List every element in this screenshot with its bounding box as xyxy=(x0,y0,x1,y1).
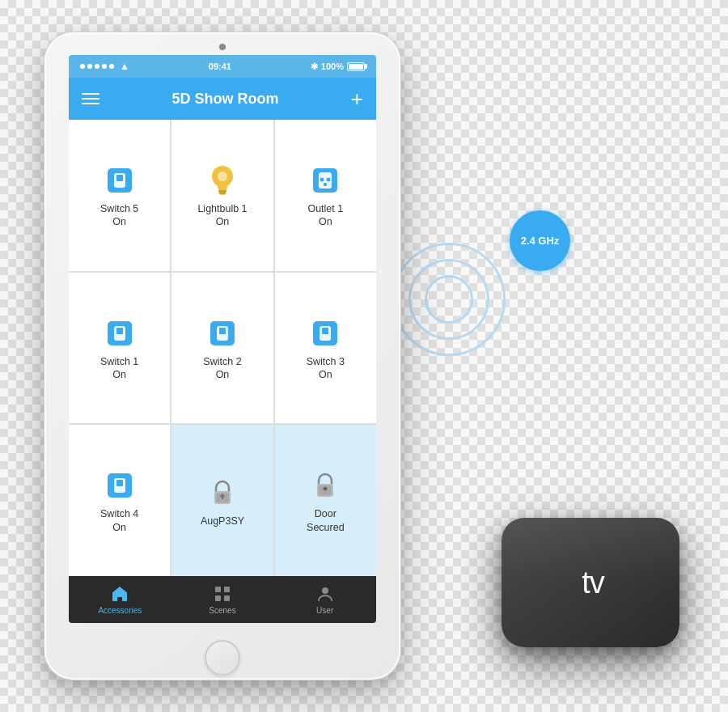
svg-rect-2 xyxy=(116,175,123,181)
ghz-badge-label: 2.4 GHz xyxy=(521,235,560,247)
bluetooth-icon: ✱ xyxy=(311,61,318,72)
svg-point-6 xyxy=(218,172,227,181)
home-button-area xyxy=(205,636,240,680)
switch1-icon xyxy=(103,316,137,350)
signal-dots: ▲ xyxy=(80,61,129,72)
menu-button[interactable] xyxy=(82,93,99,104)
hamburger-line-3 xyxy=(82,103,99,104)
switch4-label: Switch 4On xyxy=(100,507,138,534)
door-icon xyxy=(308,468,342,502)
wifi-signal-arcs xyxy=(384,235,514,364)
app-header: 5D Show Room + xyxy=(69,78,376,120)
battery-percent: 100% xyxy=(321,61,344,71)
status-time: 09:41 xyxy=(209,61,231,71)
camera-dot xyxy=(219,44,226,50)
bottom-navigation: Accessories Scenes Use xyxy=(69,576,376,623)
nav-user-label: User xyxy=(316,606,333,615)
switch1-label: Switch 1On xyxy=(100,355,138,382)
signal-dot-2 xyxy=(87,64,92,69)
switch3-icon xyxy=(308,316,342,350)
signal-dot-4 xyxy=(102,64,107,69)
door-label: DoorSecured xyxy=(307,507,345,534)
outlet1-label: Outlet 1On xyxy=(307,202,343,229)
status-right: ✱ 100% xyxy=(311,61,365,72)
svg-point-12 xyxy=(320,178,324,182)
svg-rect-20 xyxy=(219,328,226,334)
signal-dot-5 xyxy=(109,64,114,69)
svg-rect-5 xyxy=(219,193,226,195)
svg-rect-4 xyxy=(218,190,226,193)
svg-rect-14 xyxy=(324,183,327,186)
nav-scenes-label: Scenes xyxy=(209,606,235,615)
apple-tv-device: tv xyxy=(502,518,679,647)
wifi-arc-outer xyxy=(392,243,506,356)
scenes-icon xyxy=(213,584,232,604)
nav-scenes[interactable]: Scenes xyxy=(171,576,274,623)
battery-indicator xyxy=(347,62,365,71)
home-button[interactable] xyxy=(205,640,240,676)
svg-rect-40 xyxy=(324,488,327,490)
grid-cell-augp3sy[interactable]: AugP3SY xyxy=(171,425,273,576)
switch5-label: Switch 5On xyxy=(100,202,138,229)
outlet1-icon xyxy=(308,163,342,197)
grid-cell-switch5[interactable]: Switch 5On xyxy=(69,120,170,271)
battery-fill xyxy=(349,64,363,70)
svg-rect-23 xyxy=(322,328,328,334)
switch2-label: Switch 2On xyxy=(203,355,241,382)
user-icon xyxy=(315,584,335,604)
status-bar: ▲ 09:41 ✱ 100% xyxy=(69,55,376,78)
lightbulb1-icon xyxy=(205,163,239,197)
lightbulb1-label: Lightbulb 1On xyxy=(197,202,247,229)
signal-dot-1 xyxy=(80,64,85,69)
grid-cell-lightbulb1[interactable]: Lightbulb 1On xyxy=(171,120,273,271)
signal-dot-3 xyxy=(95,64,99,69)
ghz-badge: 2.4 GHz xyxy=(510,210,570,271)
tv-label: tv xyxy=(582,566,604,600)
home-icon xyxy=(110,584,129,604)
svg-rect-26 xyxy=(116,480,123,486)
switch4-icon xyxy=(103,468,137,502)
nav-accessories-label: Accessories xyxy=(98,606,142,615)
grid-cell-switch1[interactable]: Switch 1On xyxy=(69,273,170,424)
switch5-icon xyxy=(103,163,137,197)
battery-bar xyxy=(347,62,365,71)
svg-rect-17 xyxy=(116,328,123,334)
apple-tv-logo: tv xyxy=(577,566,604,600)
augp3sy-label: AugP3SY xyxy=(201,515,244,528)
nav-user[interactable]: User xyxy=(273,576,376,623)
svg-point-13 xyxy=(327,178,331,182)
grid-cell-door[interactable]: DoorSecured xyxy=(275,425,376,576)
ipad-screen: ▲ 09:41 ✱ 100% xyxy=(69,55,376,623)
grid-cell-switch4[interactable]: Switch 4On xyxy=(69,425,170,576)
grid-cell-outlet1[interactable]: Outlet 1On xyxy=(275,120,376,271)
svg-rect-44 xyxy=(224,595,230,601)
app-title: 5D Show Room xyxy=(171,91,278,108)
svg-point-45 xyxy=(322,587,328,594)
svg-rect-41 xyxy=(215,587,221,592)
switch2-icon xyxy=(205,316,239,350)
hamburger-line-2 xyxy=(82,98,99,100)
nav-accessories[interactable]: Accessories xyxy=(69,576,171,623)
switch3-label: Switch 3On xyxy=(307,355,345,382)
device-grid: Switch 5On xyxy=(69,120,376,576)
wifi-status-icon: ▲ xyxy=(120,61,129,72)
grid-cell-switch2[interactable]: Switch 2On xyxy=(171,273,273,424)
augp3sy-icon xyxy=(205,476,239,510)
hamburger-line-1 xyxy=(82,93,99,95)
svg-rect-42 xyxy=(224,587,230,592)
ipad-frame: ▲ 09:41 ✱ 100% xyxy=(44,32,400,680)
grid-cell-switch3[interactable]: Switch 3On xyxy=(275,273,376,424)
svg-rect-43 xyxy=(215,595,221,601)
add-button[interactable]: + xyxy=(351,88,363,109)
